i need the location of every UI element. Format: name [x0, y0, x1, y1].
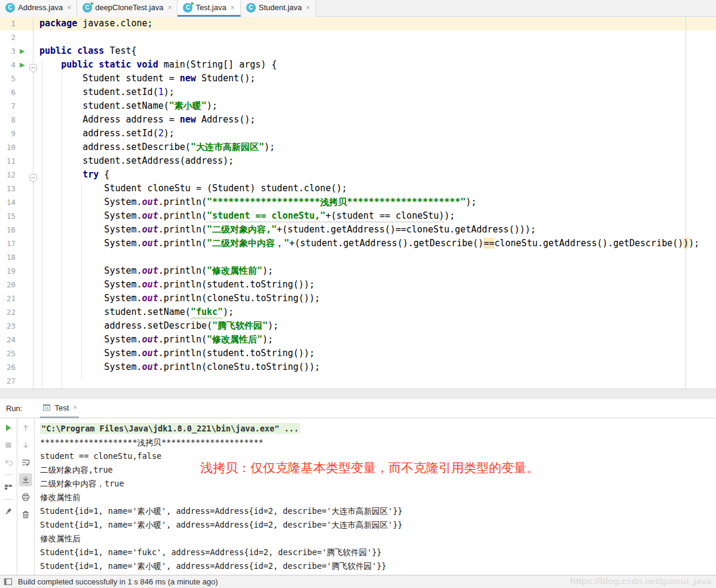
run-toolbar-left [0, 418, 17, 575]
rerun-button[interactable] [2, 421, 15, 434]
code-line-12[interactable]: 12 try { [0, 168, 716, 182]
line-number: 1 [0, 17, 16, 30]
toolwindow-toggle-icon[interactable] [4, 577, 13, 587]
line-number: 12 [0, 168, 16, 182]
fold-widget-icon[interactable] [29, 174, 37, 181]
code-line-26[interactable]: 26 System.out.println(cloneStu.toString(… [0, 360, 716, 374]
close-icon[interactable]: × [231, 4, 235, 11]
class-icon: C [183, 3, 192, 13]
shallow-copy-annotation: 浅拷贝：仅仅克隆基本类型变量，而不克隆引用类型的变量。 [200, 460, 539, 476]
run-line-icon[interactable]: ▶ [16, 44, 33, 58]
line-number: 22 [0, 305, 16, 319]
gutter: 23 [0, 319, 33, 333]
code-line-1[interactable]: 1package javase.clone; [0, 17, 716, 30]
console-output[interactable]: "C:\Program Files\Java\jdk1.8.0_221\bin\… [35, 418, 716, 575]
gutter: 15 [0, 209, 33, 223]
gutter: 3▶ [0, 44, 33, 58]
line-number: 15 [0, 209, 16, 223]
code-line-21[interactable]: 21 System.out.println(cloneStu.toString(… [0, 292, 716, 305]
code-line-6[interactable]: 6 student.setId(1); [0, 85, 716, 99]
code-line-10[interactable]: 10 address.setDescribe("大连市高新园区"); [0, 140, 716, 154]
class-icon: C [246, 3, 256, 13]
run-tab-test[interactable]: Test × [40, 399, 79, 418]
right-margin-guide [686, 17, 686, 388]
pin-tab-button[interactable] [2, 505, 15, 518]
console-line: Student{id=1, name='素小暖', address=Addres… [40, 559, 716, 573]
gutter: 19 [0, 264, 33, 278]
code-line-22[interactable]: 22 student.setName("fukc"); [0, 305, 716, 319]
gutter: 1 [0, 17, 33, 30]
code-line-16[interactable]: 16 System.out.println("二级对象内容,"+(student… [0, 223, 716, 237]
code-line-4[interactable]: 4▶ public static void main(String[] args… [0, 58, 716, 72]
close-icon[interactable]: × [306, 4, 310, 11]
clear-all-button[interactable] [19, 508, 32, 521]
print-button[interactable] [19, 491, 32, 504]
line-number: 5 [0, 72, 16, 85]
code-line-13[interactable]: 13 Student cloneStu = (Student) student.… [0, 182, 716, 195]
gutter: 13 [0, 182, 33, 195]
line-number: 9 [0, 127, 16, 140]
line-number: 26 [0, 360, 16, 374]
fold-widget-icon[interactable] [29, 64, 37, 71]
gutter: 25 [0, 347, 33, 360]
run-overlay-icon [191, 2, 194, 5]
code-line-8[interactable]: 8 Address address = new Address(); [0, 113, 716, 127]
editor-tab-test-java[interactable]: CTest.java× [178, 0, 240, 17]
code-line-19[interactable]: 19 System.out.println("修改属性前"); [0, 264, 716, 278]
console-toolbar [17, 418, 35, 575]
run-tab-title: Test [54, 403, 69, 412]
code-line-18[interactable]: 18 [0, 250, 716, 264]
console-line: 修改属性前 [40, 491, 716, 504]
code-line-20[interactable]: 20 System.out.println(student.toString()… [0, 278, 716, 292]
tab-title: Student.java [259, 3, 302, 12]
console-line: Student{id=1, name='fukc', address=Addre… [40, 546, 716, 559]
code-line-24[interactable]: 24 System.out.println("修改属性后"); [0, 333, 716, 347]
code-line-7[interactable]: 7 student.setName("素小暖"); [0, 99, 716, 113]
code-line-25[interactable]: 25 System.out.println(student.toString()… [0, 347, 716, 360]
line-number: 10 [0, 140, 16, 154]
code-editor[interactable]: 1package javase.clone;23▶public class Te… [0, 17, 716, 388]
code-line-15[interactable]: 15 System.out.println("student == cloneS… [0, 209, 716, 223]
watermark-text: https://blog.csdn.net/guorui_java [570, 576, 711, 586]
line-number: 2 [0, 30, 16, 44]
gutter: 16 [0, 223, 33, 237]
code-line-2[interactable]: 2 [0, 30, 716, 44]
prev-occurrence-button[interactable] [19, 421, 32, 434]
console-line: Student{id=1, name='素小暖', address=Addres… [40, 518, 716, 532]
next-occurrence-button[interactable] [19, 439, 32, 452]
editor-tab-deepclonetest-java[interactable]: CdeepCloneTest.java× [77, 0, 178, 17]
soft-wrap-button[interactable] [19, 456, 32, 469]
status-message: Build completed successfully in 1 s 846 … [18, 577, 218, 586]
run-panel-label: Run: [6, 404, 22, 413]
close-icon[interactable]: × [67, 4, 71, 11]
code-line-11[interactable]: 11 student.setAddress(address); [0, 154, 716, 168]
scroll-to-end-button[interactable] [19, 473, 32, 486]
gutter: 2 [0, 30, 33, 44]
toolbar-divider [4, 499, 13, 500]
restore-layout-button[interactable] [2, 480, 15, 494]
code-line-17[interactable]: 17 System.out.println("二级对象中内容，"+(studen… [0, 237, 716, 250]
line-number: 4 [0, 58, 16, 72]
close-icon[interactable]: × [73, 404, 77, 411]
rerun-failed-tests-button[interactable] [2, 456, 15, 469]
code-line-23[interactable]: 23 address.setDescribe("腾飞软件园"); [0, 319, 716, 333]
gutter: 9 [0, 127, 33, 140]
gutter: 8 [0, 113, 33, 127]
close-icon[interactable]: × [167, 4, 172, 11]
line-number: 13 [0, 182, 16, 195]
run-overlay-icon [91, 2, 94, 5]
editor-tab-address-java[interactable]: CAddress.java× [0, 0, 77, 17]
editor-scrollbar-track[interactable] [0, 388, 716, 399]
code-line-5[interactable]: 5 Student student = new Student(); [0, 72, 716, 85]
code-line-3[interactable]: 3▶public class Test{ [0, 44, 716, 58]
editor-tab-student-java[interactable]: CStudent.java× [241, 0, 316, 17]
stop-button[interactable] [2, 439, 15, 452]
gutter: 10 [0, 140, 33, 154]
line-number: 27 [0, 374, 16, 388]
gutter: 17 [0, 237, 33, 250]
code-line-27[interactable]: 27 [0, 374, 716, 388]
code-line-9[interactable]: 9 address.setId(2); [0, 127, 716, 140]
gutter: 5 [0, 72, 33, 85]
code-line-14[interactable]: 14 System.out.println("*****************… [0, 195, 716, 209]
gutter: 12 [0, 168, 33, 182]
